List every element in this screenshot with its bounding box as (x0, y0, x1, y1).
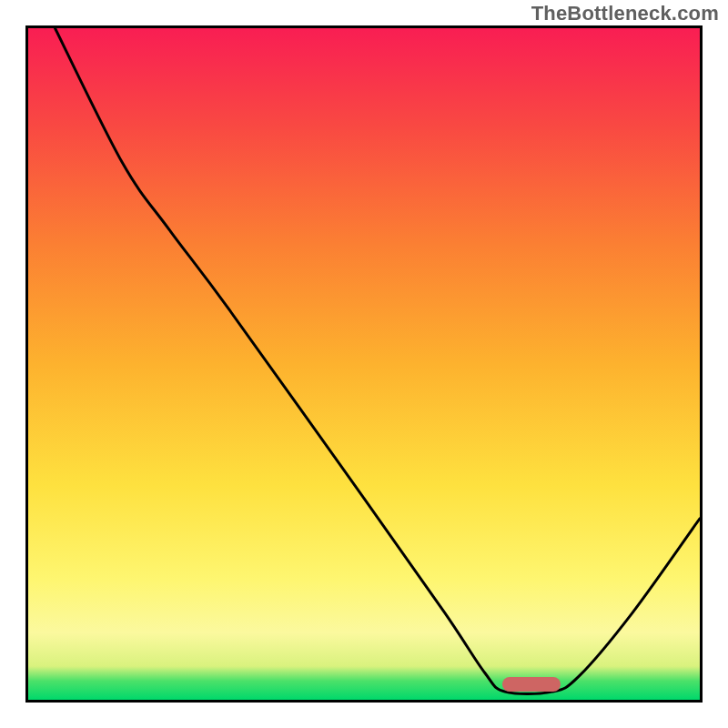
trough-marker (502, 677, 561, 692)
watermark-text: TheBottleneck.com (531, 2, 719, 25)
plot-area (25, 25, 703, 703)
curve-line (28, 28, 700, 700)
chart-stage: TheBottleneck.com (0, 0, 728, 728)
